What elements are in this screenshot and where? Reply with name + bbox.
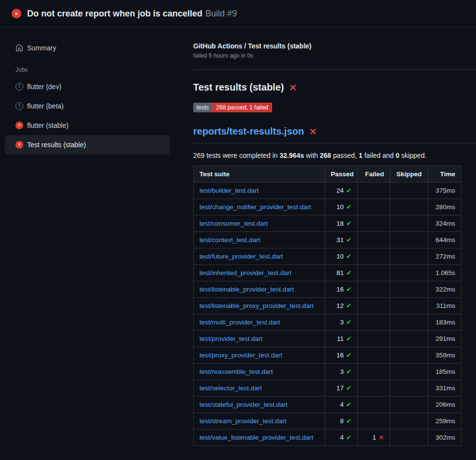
check-icon: ✔ <box>346 352 352 359</box>
time-cell: 644ms <box>428 232 461 248</box>
check-icon: ✔ <box>346 319 352 326</box>
jobs-section-label: Jobs <box>5 58 170 77</box>
check-icon: ✔ <box>346 269 352 276</box>
time-cell: 183ms <box>428 314 461 331</box>
check-icon: ✔ <box>346 368 352 375</box>
section-title-text: Test results (stable) <box>193 82 284 93</box>
sidebar-item-job[interactable]: !flutter (beta) <box>5 96 170 116</box>
skipped-cell <box>390 215 428 232</box>
suite-link[interactable]: test/reassemble_test.dart <box>200 368 273 375</box>
skipped-cell <box>390 347 428 364</box>
sidebar-item-label: flutter (dev) <box>27 82 61 92</box>
time-cell: 185ms <box>428 364 461 380</box>
check-icon: ✔ <box>346 286 352 293</box>
passed-cell: 11✔ <box>325 331 358 347</box>
suite-link[interactable]: test/context_test.dart <box>200 236 260 244</box>
time-cell: 331ms <box>428 380 461 397</box>
time-cell: 322ms <box>428 281 461 298</box>
stopped-circle-icon: ! <box>15 102 23 110</box>
home-icon <box>15 44 23 52</box>
time-cell: 375ms <box>428 183 461 199</box>
summary-duration: 32.964s <box>279 152 304 159</box>
badge-label: tests <box>193 103 212 112</box>
workflow-title: Do not create report when job is cancell… <box>27 9 202 18</box>
failed-cell <box>358 232 390 248</box>
time-cell: 280ms <box>428 199 461 215</box>
table-row: test/proxy_provider_test.dart16✔359ms <box>194 347 461 364</box>
sidebar-item-job[interactable]: ✕flutter (stable) <box>5 116 170 135</box>
sidebar-item-job[interactable]: ✕Test results (stable) <box>5 135 170 154</box>
check-icon: ✔ <box>346 302 352 309</box>
sidebar-item-job[interactable]: !flutter (dev) <box>5 77 170 96</box>
passed-cell: 12✔ <box>325 298 358 314</box>
failed-cell <box>358 298 390 314</box>
failed-cell <box>358 413 390 429</box>
breadcrumb: GitHub Actions / Test results (stable) <box>193 42 476 50</box>
skipped-cell <box>390 298 428 314</box>
suite-link[interactable]: test/selector_test.dart <box>200 384 262 392</box>
time-cell: 324ms <box>428 215 461 232</box>
skipped-cell <box>390 281 428 298</box>
failed-cell <box>358 281 390 298</box>
skipped-cell <box>390 232 428 248</box>
report-file-link[interactable]: reports/test-results.json <box>193 126 304 137</box>
tests-badge: tests 268 passed, 1 failed <box>193 103 272 112</box>
suite-link[interactable]: test/change_notifier_provider_test.dart <box>200 203 311 211</box>
suite-link[interactable]: test/value_listenable_provider_test.dart <box>200 434 313 441</box>
sidebar-item-summary[interactable]: Summary <box>5 38 170 58</box>
suite-link[interactable]: test/listenable_proxy_provider_test.dart <box>200 302 314 309</box>
table-row: test/stateful_provider_test.dart4✔206ms <box>194 397 461 413</box>
x-circle-fill-icon: ✕ <box>15 122 23 129</box>
failed-cell <box>358 397 390 413</box>
suite-link[interactable]: test/provider_test.dart <box>200 335 263 342</box>
passed-cell: 16✔ <box>325 347 358 364</box>
passed-cell: 10✔ <box>325 199 358 215</box>
suite-link[interactable]: test/future_provider_test.dart <box>200 253 283 260</box>
suite-link[interactable]: test/stateful_provider_test.dart <box>200 401 288 408</box>
col-header-failed: Failed <box>358 166 390 183</box>
passed-cell: 8✔ <box>325 413 358 429</box>
suite-link[interactable]: test/proxy_provider_test.dart <box>200 352 282 359</box>
check-icon: ✔ <box>346 401 352 408</box>
passed-cell: 4✔ <box>325 429 358 446</box>
passed-cell: 24✔ <box>325 183 358 199</box>
divider <box>193 69 476 70</box>
results-table: Test suite Passed Failed Skipped Time te… <box>193 166 461 446</box>
passed-cell: 17✔ <box>325 380 358 397</box>
failed-cell <box>358 265 390 281</box>
suite-link[interactable]: test/consumer_test.dart <box>200 220 268 227</box>
check-icon: ✔ <box>346 220 352 227</box>
time-cell: 206ms <box>428 397 461 413</box>
skipped-cell <box>390 183 428 199</box>
skipped-cell <box>390 413 428 429</box>
table-row: test/inherited_provider_test.dart81✔1.06… <box>194 265 461 281</box>
time-cell: 291ms <box>428 331 461 347</box>
x-icon: ✕ <box>379 434 384 441</box>
check-icon: ✔ <box>346 203 352 211</box>
skipped-cell <box>390 265 428 281</box>
table-row: test/listenable_proxy_provider_test.dart… <box>194 298 461 314</box>
suite-link[interactable]: test/stream_provider_test.dart <box>200 417 286 425</box>
passed-cell: 81✔ <box>325 265 358 281</box>
x-circle-fill-icon: ✕ <box>15 141 23 149</box>
run-status-line: failed 5 hours ago in 0s <box>193 52 476 59</box>
skipped-cell <box>390 199 428 215</box>
suite-link[interactable]: test/inherited_provider_test.dart <box>200 269 292 276</box>
failed-cell <box>358 331 390 347</box>
col-header-time: Time <box>428 166 461 183</box>
suite-link[interactable]: test/multi_provider_test.dart <box>200 319 280 326</box>
check-icon: ✔ <box>346 187 352 194</box>
suite-link[interactable]: test/builder_test.dart <box>200 187 259 194</box>
sidebar-item-label: flutter (beta) <box>27 101 63 111</box>
table-row: test/change_notifier_provider_test.dart1… <box>194 199 461 215</box>
skipped-cell <box>390 314 428 331</box>
passed-cell: 3✔ <box>325 314 358 331</box>
failed-cell <box>358 215 390 232</box>
sidebar-item-label: Test results (stable) <box>27 140 86 150</box>
results-table-body: test/builder_test.dart24✔375mstest/chang… <box>194 183 461 446</box>
table-row: test/multi_provider_test.dart3✔183ms <box>194 314 461 331</box>
suite-link[interactable]: test/listenable_provider_test.dart <box>200 286 294 293</box>
time-cell: 359ms <box>428 347 461 364</box>
x-icon: ✕ <box>289 83 297 92</box>
sidebar-item-label: Summary <box>27 43 56 53</box>
